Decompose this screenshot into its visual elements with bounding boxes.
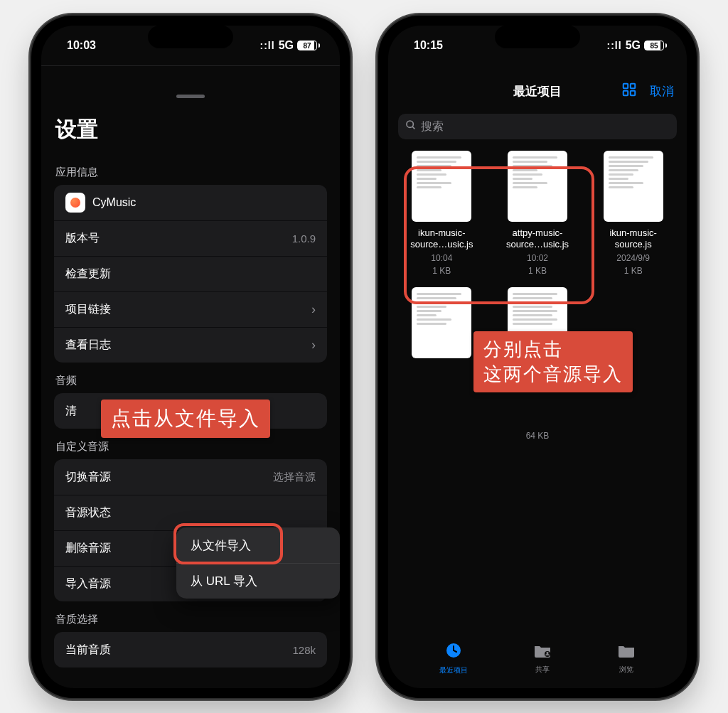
phone-frame-left: 10:03 ::ll 5G 87 设置 应用信息 CyMusic [31, 16, 350, 698]
phone-frame-right: 10:15 ::ll 5G 85 最近项目 取消 [378, 16, 697, 698]
file-size: 1 KB [432, 266, 451, 277]
section-quality-label: 音质选择 [55, 613, 327, 626]
annotation-left: 点击从文件导入 [101, 400, 270, 438]
page-title: 设置 [55, 115, 327, 144]
row-app-name[interactable]: CyMusic [54, 185, 327, 220]
row-check-update[interactable]: 检查更新 [54, 256, 327, 291]
tab-label: 共享 [535, 665, 550, 675]
network-label: 5G [279, 39, 294, 52]
file-time: 10:02 [527, 253, 548, 264]
current-quality-value: 128k [292, 644, 316, 656]
file-thumb-icon [604, 151, 663, 222]
file-item[interactable]: ikun-music-source.js 2024/9/9 1 KB [589, 151, 677, 277]
folder-shared-icon [533, 643, 552, 663]
file-item[interactable]: attpy-music-source…usic.js 10:02 1 KB [494, 151, 582, 277]
svg-point-8 [546, 651, 548, 653]
switch-source-value: 选择音源 [273, 471, 316, 484]
tab-bar: 最近项目 共享 浏览 [388, 636, 687, 681]
picker-header-actions: 取消 [621, 82, 674, 100]
menu-from-file[interactable]: 从文件导入 [176, 527, 340, 563]
battery-icon: 87 [297, 41, 320, 50]
source-status-label: 音源状态 [65, 505, 111, 520]
chevron-right-icon: › [311, 302, 316, 317]
section-app-info-label: 应用信息 [55, 166, 327, 179]
svg-point-4 [407, 121, 413, 127]
file-name: attpy-music-source…usic.js [498, 227, 577, 251]
annotation-right: 分别点击 这两个音源导入 [473, 331, 633, 392]
tab-label: 最近项目 [439, 665, 468, 675]
file-time: 2024/9/9 [616, 253, 650, 264]
version-value: 1.0.9 [292, 232, 316, 245]
file-name: ikun-music-source…usic.js [402, 227, 481, 251]
view-log-label: 查看日志 [65, 338, 111, 353]
svg-rect-3 [631, 91, 635, 95]
row-version[interactable]: 版本号 1.0.9 [54, 220, 327, 256]
status-right: ::ll 5G 85 [607, 39, 667, 52]
battery-level: 85 [644, 41, 664, 50]
sheet-grabber[interactable] [176, 95, 205, 98]
file-time: 10:04 [431, 253, 452, 264]
dynamic-island [495, 26, 580, 48]
row-switch-source[interactable]: 切换音源 选择音源 [54, 459, 327, 495]
screen-left: 10:03 ::ll 5G 87 设置 应用信息 CyMusic [41, 26, 340, 688]
status-time: 10:15 [414, 39, 443, 52]
picker-title: 最近项目 [513, 83, 562, 100]
file-grid: ikun-music-source…usic.js 10:04 1 KB att… [388, 146, 687, 441]
file-thumb-icon [412, 151, 471, 222]
file-item[interactable]: ikun-music-source…usic.js 10:04 1 KB [398, 151, 486, 277]
audio-clear-label: 清 [65, 404, 77, 419]
tab-browse[interactable]: 浏览 [617, 643, 636, 675]
chevron-right-icon: › [311, 338, 316, 353]
section-audio-label: 音频 [55, 374, 327, 387]
cancel-button[interactable]: 取消 [650, 83, 674, 100]
status-right: ::ll 5G 87 [260, 39, 320, 52]
grid-view-icon[interactable] [621, 82, 637, 100]
delete-source-label: 删除音源 [65, 541, 111, 556]
file-size: 1 KB [624, 266, 643, 277]
file-thumb-icon [508, 151, 567, 222]
tab-recent[interactable]: 最近项目 [439, 642, 468, 675]
battery-level: 87 [297, 41, 317, 50]
app-name: CyMusic [92, 196, 136, 209]
card-app-info: CyMusic 版本号 1.0.9 检查更新 项目链接 › 查看日志 › [54, 185, 327, 363]
search-input[interactable]: 搜索 [398, 114, 677, 139]
row-project-link[interactable]: 项目链接 › [54, 291, 327, 327]
menu-from-url[interactable]: 从 URL 导入 [176, 563, 340, 599]
card-quality: 当前音质 128k [54, 632, 327, 668]
file-size: 1 KB [528, 266, 547, 277]
row-view-log[interactable]: 查看日志 › [54, 327, 327, 363]
file-name: ikun-music-source.js [594, 227, 673, 251]
file-item[interactable] [398, 287, 486, 442]
signal-icon: ::ll [607, 40, 622, 51]
search-icon [405, 119, 417, 134]
import-menu: 从文件导入 从 URL 导入 [176, 527, 340, 599]
folder-icon [617, 643, 636, 663]
file-thumb-icon [412, 287, 471, 358]
app-icon [65, 193, 85, 213]
dynamic-island [148, 26, 233, 48]
svg-rect-1 [631, 84, 635, 88]
file-picker-header: 最近项目 取消 [388, 74, 687, 108]
battery-icon: 85 [644, 41, 667, 50]
project-link-label: 项目链接 [65, 302, 111, 317]
search-placeholder: 搜索 [421, 119, 444, 134]
status-time: 10:03 [67, 39, 96, 52]
battery-tip [665, 43, 667, 48]
signal-icon: ::ll [260, 40, 275, 51]
import-source-label: 导入音源 [65, 577, 111, 591]
screen-right: 10:15 ::ll 5G 85 最近项目 取消 [388, 26, 687, 688]
svg-rect-2 [623, 91, 628, 95]
svg-rect-0 [623, 84, 628, 88]
row-source-status[interactable]: 音源状态 [54, 495, 327, 530]
section-custom-source-label: 自定义音源 [55, 440, 327, 454]
current-quality-label: 当前音质 [65, 643, 111, 658]
network-label: 5G [626, 39, 641, 52]
file-size: 64 KB [526, 431, 550, 442]
battery-tip [318, 43, 320, 48]
tab-label: 浏览 [619, 665, 633, 675]
music-note-icon [70, 198, 80, 208]
row-current-quality[interactable]: 当前音质 128k [54, 632, 327, 668]
tab-shared[interactable]: 共享 [533, 643, 552, 675]
svg-line-5 [412, 127, 414, 129]
clock-icon [445, 642, 462, 663]
